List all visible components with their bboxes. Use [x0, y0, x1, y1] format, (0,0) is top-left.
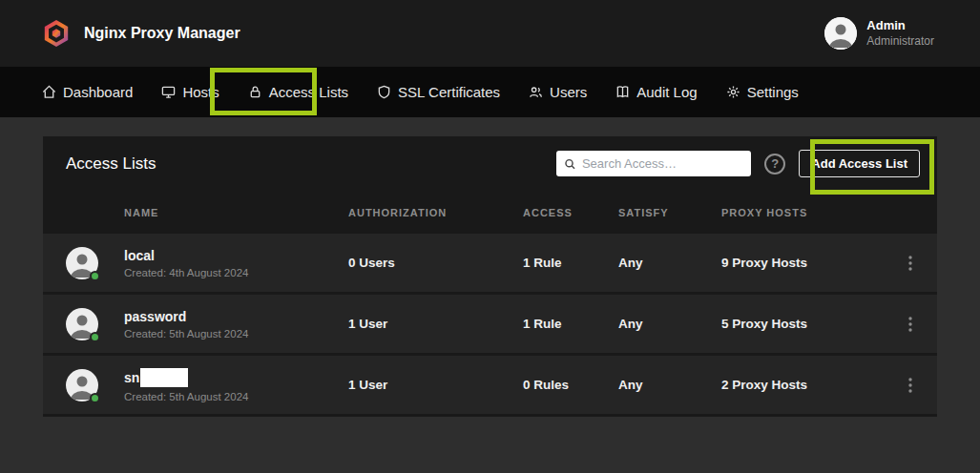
nav-label: Access Lists — [269, 84, 348, 100]
users-icon — [529, 85, 543, 99]
nav-item-hosts[interactable]: Hosts — [161, 84, 219, 100]
column-header-authorization: AUTHORIZATION — [348, 207, 523, 218]
kebab-menu-icon — [908, 378, 912, 393]
user-role: Administrator — [866, 34, 934, 49]
search-input[interactable] — [582, 156, 743, 171]
brand: Nginx Proxy Manager — [42, 19, 240, 48]
cell-authorization: 1 User — [348, 378, 523, 392]
created-date: Created: 5th August 2024 — [124, 391, 348, 402]
main-nav: Dashboard Hosts Access Lists SSL Certifi… — [0, 67, 980, 117]
cell-authorization: 1 User — [348, 317, 523, 331]
lock-icon — [248, 85, 262, 99]
cell-authorization: 0 Users — [348, 256, 523, 270]
nav-item-ssl-certificates[interactable]: SSL Certificates — [377, 84, 500, 100]
row-avatar — [66, 247, 98, 279]
nav-label: Users — [550, 84, 587, 100]
help-button[interactable]: ? — [764, 154, 785, 175]
nav-item-dashboard[interactable]: Dashboard — [42, 84, 133, 100]
nav-item-access-lists[interactable]: Access Lists — [248, 84, 348, 100]
cell-name: sn Created: 5th August 2024 — [124, 368, 348, 402]
kebab-menu-icon — [908, 256, 912, 271]
column-header-proxy-hosts: PROXY HOSTS — [721, 207, 884, 218]
access-list-name: local — [124, 248, 348, 263]
row-avatar — [66, 308, 98, 340]
nav-item-users[interactable]: Users — [529, 84, 587, 100]
top-header: Nginx Proxy Manager Admin Administrator — [0, 0, 980, 67]
cell-access: 1 Rule — [523, 317, 618, 331]
kebab-menu-icon — [908, 317, 912, 332]
user-avatar — [824, 17, 857, 50]
status-online-dot — [90, 332, 100, 342]
home-icon — [42, 85, 56, 99]
nav-label: SSL Certificates — [398, 84, 500, 100]
row-menu-button[interactable] — [897, 372, 924, 399]
nav-item-audit-log[interactable]: Audit Log — [615, 84, 697, 100]
cell-proxy-hosts: 5 Proxy Hosts — [721, 317, 884, 331]
page-title: Access Lists — [66, 154, 156, 174]
search-icon — [564, 157, 576, 171]
nav-label: Audit Log — [636, 84, 697, 100]
row-avatar — [66, 369, 98, 401]
table-row[interactable]: sn Created: 5th August 2024 1 User 0 Rul… — [43, 356, 937, 417]
search-box — [556, 151, 751, 176]
created-date: Created: 5th August 2024 — [124, 328, 348, 339]
cell-satisfy: Any — [618, 256, 721, 270]
content-area: Access Lists ? Add Access List NAME AUTH… — [0, 117, 980, 417]
cell-proxy-hosts: 9 Proxy Hosts — [721, 256, 884, 270]
row-menu-button[interactable] — [897, 311, 924, 338]
gear-icon — [726, 85, 740, 99]
row-menu-button[interactable] — [897, 250, 924, 277]
nav-item-settings[interactable]: Settings — [726, 84, 799, 100]
table-row[interactable]: local Created: 4th August 2024 0 Users 1… — [43, 234, 937, 295]
cell-name: local Created: 4th August 2024 — [124, 248, 348, 278]
access-list-name: password — [124, 309, 348, 324]
column-header-access: ACCESS — [523, 207, 618, 218]
created-date: Created: 4th August 2024 — [124, 267, 348, 278]
user-name: Admin — [866, 18, 934, 33]
cell-satisfy: Any — [618, 378, 721, 392]
redaction-box — [140, 368, 188, 387]
access-list-name: sn — [124, 368, 348, 387]
column-header-name: NAME — [124, 207, 348, 218]
app-title: Nginx Proxy Manager — [84, 25, 240, 42]
book-icon — [615, 85, 630, 99]
table-header: NAME AUTHORIZATION ACCESS SATISFY PROXY … — [43, 191, 937, 234]
table-row[interactable]: password Created: 5th August 2024 1 User… — [43, 295, 937, 356]
user-menu[interactable]: Admin Administrator — [824, 17, 934, 50]
cell-proxy-hosts: 2 Proxy Hosts — [721, 378, 884, 392]
app-logo-icon — [42, 19, 71, 48]
nav-label: Hosts — [182, 84, 219, 100]
cell-satisfy: Any — [618, 317, 721, 331]
status-online-dot — [90, 393, 100, 403]
app-window: Nginx Proxy Manager Admin Administrator — [0, 0, 980, 473]
cell-name: password Created: 5th August 2024 — [124, 309, 348, 339]
column-header-satisfy: SATISFY — [618, 207, 721, 218]
user-meta: Admin Administrator — [866, 18, 934, 48]
access-lists-card: Access Lists ? Add Access List NAME AUTH… — [43, 136, 937, 417]
shield-icon — [377, 85, 391, 99]
cell-access: 0 Rules — [523, 378, 618, 392]
nav-label: Settings — [747, 84, 799, 100]
nav-label: Dashboard — [63, 84, 133, 100]
card-header: Access Lists ? Add Access List — [43, 136, 937, 191]
add-access-list-button[interactable]: Add Access List — [799, 150, 920, 177]
status-online-dot — [90, 271, 100, 281]
monitor-icon — [161, 85, 176, 99]
cell-access: 1 Rule — [523, 256, 618, 270]
